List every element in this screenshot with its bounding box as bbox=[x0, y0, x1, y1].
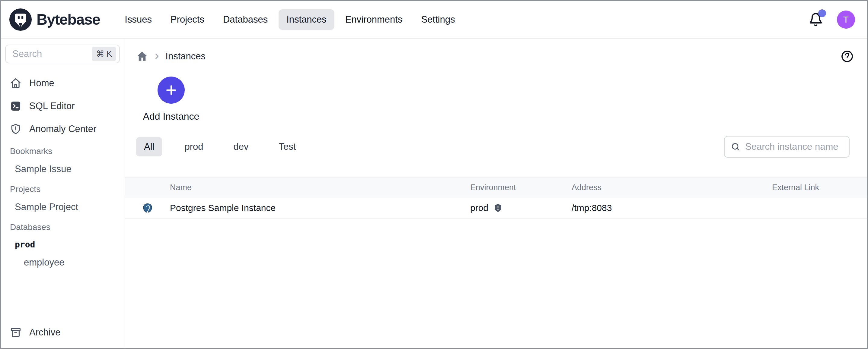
tab-test[interactable]: Test bbox=[271, 137, 304, 156]
nav-item-environments[interactable]: Environments bbox=[337, 9, 410, 30]
archive-icon bbox=[10, 327, 22, 338]
instances-table: Name Environment Address External Link P… bbox=[125, 177, 867, 219]
add-instance: Add Instance bbox=[141, 76, 201, 122]
help-button[interactable] bbox=[840, 50, 854, 63]
tab-prod[interactable]: prod bbox=[177, 137, 211, 156]
plus-icon bbox=[164, 83, 178, 97]
nav-item-databases[interactable]: Databases bbox=[215, 9, 276, 30]
table-row[interactable]: Postgres Sample Instance prod /tmp:8083 bbox=[125, 198, 867, 219]
sidebar-item-label: SQL Editor bbox=[29, 101, 74, 111]
instance-search-input[interactable] bbox=[745, 141, 843, 152]
sidebar-item-anomaly-center[interactable]: Anomaly Center bbox=[1, 117, 125, 140]
sidebar: ⌘ K Home SQL Editor bbox=[1, 39, 125, 348]
sidebar-item-label: Home bbox=[29, 78, 54, 89]
instance-address: /tmp:8083 bbox=[571, 203, 772, 213]
instance-search-box bbox=[724, 136, 849, 158]
instance-name: Postgres Sample Instance bbox=[170, 203, 470, 213]
sidebar-section-projects: Projects bbox=[1, 178, 125, 198]
engine-icon-cell bbox=[125, 203, 170, 213]
main-content: › Instances Add Instance bbox=[125, 39, 867, 348]
header-right: T bbox=[809, 10, 855, 29]
column-header-environment: Environment bbox=[470, 183, 571, 192]
sidebar-db-employee[interactable]: employee bbox=[1, 253, 125, 272]
sidebar-item-label: Anomaly Center bbox=[29, 124, 96, 134]
sidebar-search: ⌘ K bbox=[5, 45, 120, 63]
breadcrumb-home-button[interactable] bbox=[136, 50, 148, 62]
sidebar-item-sample-issue[interactable]: Sample Issue bbox=[1, 160, 125, 178]
add-instance-label: Add Instance bbox=[143, 111, 199, 122]
column-header-address: Address bbox=[571, 183, 772, 192]
nav-item-instances[interactable]: Instances bbox=[279, 9, 334, 30]
bytebase-app: Bytebase Issues Projects Databases Insta… bbox=[1, 1, 867, 348]
home-icon bbox=[10, 77, 22, 89]
top-header: Bytebase Issues Projects Databases Insta… bbox=[1, 1, 867, 39]
sidebar-item-archive[interactable]: Archive bbox=[1, 321, 125, 344]
breadcrumb-current: Instances bbox=[165, 51, 206, 62]
avatar[interactable]: T bbox=[837, 10, 855, 29]
column-header-external-link: External Link bbox=[772, 183, 867, 192]
column-header-name: Name bbox=[170, 183, 470, 192]
nav-item-projects[interactable]: Projects bbox=[163, 9, 212, 30]
shield-check-icon bbox=[493, 203, 503, 213]
environment-tabs: All prod dev Test bbox=[125, 136, 867, 158]
instance-environment-cell: prod bbox=[470, 203, 571, 213]
brand-name: Bytebase bbox=[36, 11, 100, 28]
nav-item-settings[interactable]: Settings bbox=[413, 9, 463, 30]
nav-item-issues[interactable]: Issues bbox=[117, 9, 160, 30]
table-header-row: Name Environment Address External Link bbox=[125, 177, 867, 198]
sidebar-item-home[interactable]: Home bbox=[1, 72, 125, 95]
search-shortcut-badge: ⌘ K bbox=[92, 47, 116, 61]
sidebar-section-databases: Databases bbox=[1, 216, 125, 236]
add-instance-button[interactable] bbox=[158, 76, 185, 104]
chevron-right-icon: › bbox=[155, 49, 159, 63]
breadcrumb: › Instances bbox=[125, 39, 867, 64]
sidebar-item-label: Archive bbox=[29, 327, 60, 338]
terminal-square-icon bbox=[10, 100, 22, 112]
shield-alert-icon bbox=[10, 123, 22, 135]
tab-dev[interactable]: dev bbox=[226, 137, 256, 156]
notification-dot bbox=[818, 9, 826, 17]
sidebar-item-sample-project[interactable]: Sample Project bbox=[1, 198, 125, 216]
sidebar-item-sql-editor[interactable]: SQL Editor bbox=[1, 95, 125, 117]
postgres-icon bbox=[142, 203, 153, 213]
help-circle-icon bbox=[840, 50, 854, 63]
tab-all[interactable]: All bbox=[136, 137, 162, 156]
search-icon bbox=[731, 142, 740, 151]
sidebar-db-env-prod[interactable]: prod bbox=[1, 236, 125, 253]
bytebase-logo[interactable]: Bytebase bbox=[9, 8, 100, 31]
bytebase-logo-icon bbox=[9, 8, 32, 31]
top-nav: Issues Projects Databases Instances Envi… bbox=[117, 9, 463, 30]
notifications-button[interactable] bbox=[809, 12, 823, 27]
instance-environment: prod bbox=[470, 203, 488, 213]
home-filled-icon bbox=[136, 50, 148, 62]
sidebar-spacer bbox=[1, 272, 125, 321]
sidebar-section-bookmarks: Bookmarks bbox=[1, 140, 125, 160]
